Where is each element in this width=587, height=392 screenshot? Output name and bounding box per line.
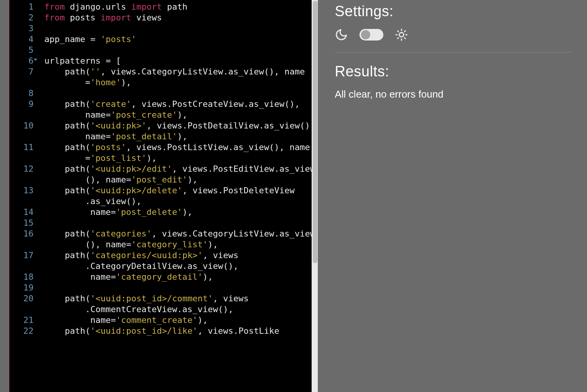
code-line[interactable]: path('<uuid:pk>/edit', views.PostEditVie… bbox=[44, 164, 318, 174]
code-line[interactable]: path('<uuid:post_id>/like', views.PostLi… bbox=[44, 326, 318, 336]
code-line[interactable]: name='post_create'), bbox=[44, 110, 318, 120]
code-line[interactable] bbox=[44, 45, 318, 56]
svg-line-7 bbox=[398, 38, 398, 39]
editor-pane: 12345678910111213141516171819202122 from… bbox=[0, 0, 318, 392]
line-number: 3 bbox=[10, 23, 34, 34]
code-line[interactable]: path('categories', views.CategoryListVie… bbox=[44, 228, 318, 239]
code-line[interactable]: .CategoryDetailView.as_view(), bbox=[44, 261, 318, 272]
line-number: 18 bbox=[10, 272, 34, 282]
code-line[interactable]: name='category_detail'), bbox=[44, 272, 318, 282]
line-number: 2 bbox=[10, 12, 34, 23]
line-number: 7 bbox=[10, 66, 34, 77]
code-line[interactable]: app_name = 'posts' bbox=[44, 34, 318, 45]
code-line[interactable]: path('', views.CategoryListView.as_view(… bbox=[44, 66, 318, 77]
line-number: 22 bbox=[10, 326, 34, 336]
code-line[interactable]: path('<uuid:post_id>/comment', views bbox=[44, 293, 318, 304]
code-line[interactable]: path('create', views.PostCreateView.as_v… bbox=[44, 99, 318, 110]
line-number: 9 bbox=[10, 99, 34, 110]
svg-line-8 bbox=[405, 31, 405, 32]
svg-line-3 bbox=[398, 31, 398, 32]
line-number: 5 bbox=[10, 45, 34, 56]
code-line[interactable] bbox=[44, 282, 318, 293]
svg-line-4 bbox=[405, 38, 405, 39]
toggle-knob bbox=[361, 30, 370, 39]
code-line[interactable] bbox=[44, 218, 318, 228]
line-number: 12 bbox=[10, 164, 34, 174]
code-line[interactable]: path('categories/<uuid:pk>', views bbox=[44, 250, 318, 261]
line-number: 8 bbox=[10, 88, 34, 99]
code-line[interactable]: name='post_detail'), bbox=[44, 131, 318, 142]
code-editor[interactable]: 12345678910111213141516171819202122 from… bbox=[9, 0, 318, 392]
code-line[interactable]: path('posts', views.PostListView.as_view… bbox=[44, 142, 318, 153]
code-line[interactable]: name='comment_create'), bbox=[44, 315, 318, 326]
line-number bbox=[10, 110, 34, 120]
code-line[interactable]: (), name='post_edit'), bbox=[44, 174, 318, 185]
line-number: 17 bbox=[10, 250, 34, 261]
code-line[interactable]: urlpatterns = [ bbox=[44, 56, 318, 66]
line-number bbox=[10, 196, 34, 207]
code-line[interactable]: (), name='category_list'), bbox=[44, 239, 318, 250]
line-number: 10 bbox=[10, 120, 34, 131]
fold-marker-icon[interactable] bbox=[34, 59, 37, 61]
code-line[interactable]: ='post_list'), bbox=[44, 153, 318, 164]
code-line[interactable]: from posts import views bbox=[44, 12, 318, 23]
scrollbar-track[interactable] bbox=[312, 0, 318, 392]
line-number: 13 bbox=[10, 185, 34, 196]
sun-icon bbox=[395, 28, 408, 41]
code-line[interactable]: path('<uuid:pk>', views.PostDetailView.a… bbox=[44, 120, 318, 131]
code-content[interactable]: from django.urls import pathfrom posts i… bbox=[38, 0, 318, 392]
line-number bbox=[10, 304, 34, 315]
results-heading: Results: bbox=[335, 63, 572, 80]
code-line[interactable]: path('<uuid:pk>/delete', views.PostDelet… bbox=[44, 185, 318, 196]
line-number bbox=[10, 239, 34, 250]
settings-heading: Settings: bbox=[335, 3, 572, 20]
line-number: 14 bbox=[10, 207, 34, 218]
line-number: 1 bbox=[10, 2, 34, 12]
line-number: 6 bbox=[10, 56, 34, 66]
line-number bbox=[10, 77, 34, 88]
line-number: 4 bbox=[10, 34, 34, 45]
code-line[interactable]: name='post_delete'), bbox=[44, 207, 318, 218]
theme-toggle[interactable] bbox=[359, 29, 383, 41]
line-number bbox=[10, 131, 34, 142]
line-number: 16 bbox=[10, 228, 34, 239]
results-message: All clear, no errors found bbox=[335, 88, 572, 100]
line-number: 11 bbox=[10, 142, 34, 153]
line-number: 19 bbox=[10, 282, 34, 293]
scrollbar-thumb[interactable] bbox=[313, 1, 317, 263]
line-number bbox=[10, 153, 34, 164]
code-line[interactable] bbox=[44, 23, 318, 34]
line-number: 21 bbox=[10, 315, 34, 326]
line-number: 15 bbox=[10, 218, 34, 228]
code-line[interactable] bbox=[44, 88, 318, 99]
code-line[interactable]: .CommentCreateView.as_view(), bbox=[44, 304, 318, 315]
line-number bbox=[10, 174, 34, 185]
line-number bbox=[10, 261, 34, 272]
code-line[interactable]: ='home'), bbox=[44, 77, 318, 88]
svg-point-0 bbox=[399, 32, 403, 37]
line-number: 20 bbox=[10, 293, 34, 304]
line-number-gutter: 12345678910111213141516171819202122 bbox=[10, 0, 38, 392]
code-line[interactable]: .as_view(), bbox=[44, 196, 318, 207]
sidebar-panel: Settings: Results: All clear, no errors … bbox=[318, 0, 587, 392]
moon-icon bbox=[335, 28, 348, 41]
code-line[interactable]: from django.urls import path bbox=[44, 2, 318, 12]
theme-settings-row bbox=[335, 28, 572, 52]
